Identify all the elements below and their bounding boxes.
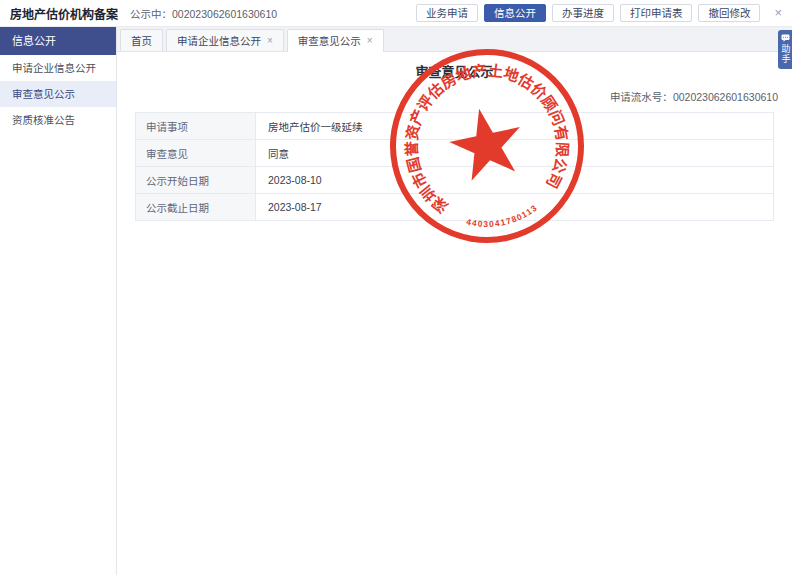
app-title: 房地产估价机构备案 (10, 5, 118, 22)
assistant-label: 助手 (781, 44, 790, 64)
withdraw-edit-button[interactable]: 撤回修改 (698, 4, 760, 22)
tab-review-opinion[interactable]: 审查意见公示 × (287, 29, 384, 52)
header-actions: 业务申请 信息公开 办事进度 打印申请表 撤回修改 × (416, 4, 782, 22)
serial-value: 002023062601630610 (673, 91, 778, 103)
sidebar-item-enterprise-info[interactable]: 申请企业信息公开 (0, 55, 116, 81)
row-label: 公示截止日期 (136, 194, 256, 221)
business-apply-button[interactable]: 业务申请 (416, 4, 478, 22)
assistant-button[interactable]: 助手 (778, 30, 792, 69)
row-value: 房地产估价一级延续 (256, 113, 774, 140)
tab-bar: 首页 申请企业信息公开 × 审查意见公示 × (117, 27, 792, 52)
main-area: 首页 申请企业信息公开 × 审查意见公示 × 审查意见公示 申请流水号：0020… (117, 27, 792, 575)
tab-home[interactable]: 首页 (120, 29, 163, 51)
table-row: 审查意见 同意 (136, 140, 774, 167)
tab-enterprise-info-label: 申请企业信息公开 (177, 31, 261, 51)
tab-close-icon[interactable]: × (367, 31, 373, 51)
review-info-table: 申请事项 房地产估价一级延续 审查意见 同意 公示开始日期 2023-08-10… (135, 112, 774, 221)
row-label: 公示开始日期 (136, 167, 256, 194)
notice-value: 002023062601630610 (172, 8, 277, 20)
chat-icon (781, 34, 790, 42)
notice-number: 公示中：002023062601630610 (130, 6, 277, 21)
table-row: 公示开始日期 2023-08-10 (136, 167, 774, 194)
progress-button[interactable]: 办事进度 (552, 4, 614, 22)
close-icon[interactable]: × (774, 4, 782, 22)
sidebar-header: 信息公开 (0, 27, 116, 55)
row-label: 申请事项 (136, 113, 256, 140)
sidebar-item-review-opinion[interactable]: 审查意见公示 (0, 81, 116, 107)
sidebar-item-qualification-notice[interactable]: 资质核准公告 (0, 107, 116, 133)
page-title: 审查意见公示 (117, 61, 792, 80)
row-value: 2023-08-10 (256, 167, 774, 194)
serial-label: 申请流水号： (610, 91, 673, 103)
table-row: 申请事项 房地产估价一级延续 (136, 113, 774, 140)
row-label: 审查意见 (136, 140, 256, 167)
row-value: 同意 (256, 140, 774, 167)
tab-review-opinion-label: 审查意见公示 (298, 31, 361, 51)
table-row: 公示截止日期 2023-08-17 (136, 194, 774, 221)
info-disclosure-button[interactable]: 信息公开 (484, 4, 546, 22)
sidebar: 信息公开 申请企业信息公开 审查意见公示 资质核准公告 (0, 27, 117, 575)
top-header: 房地产估价机构备案 公示中：002023062601630610 业务申请 信息… (0, 0, 792, 27)
serial-number: 申请流水号：002023062601630610 (117, 89, 792, 104)
content-panel: 审查意见公示 申请流水号：002023062601630610 申请事项 房地产… (117, 52, 792, 575)
print-application-button[interactable]: 打印申请表 (620, 4, 693, 22)
tab-home-label: 首页 (131, 31, 152, 51)
tab-close-icon[interactable]: × (267, 31, 273, 51)
row-value: 2023-08-17 (256, 194, 774, 221)
tab-enterprise-info[interactable]: 申请企业信息公开 × (166, 29, 284, 51)
notice-label: 公示中： (130, 8, 172, 20)
